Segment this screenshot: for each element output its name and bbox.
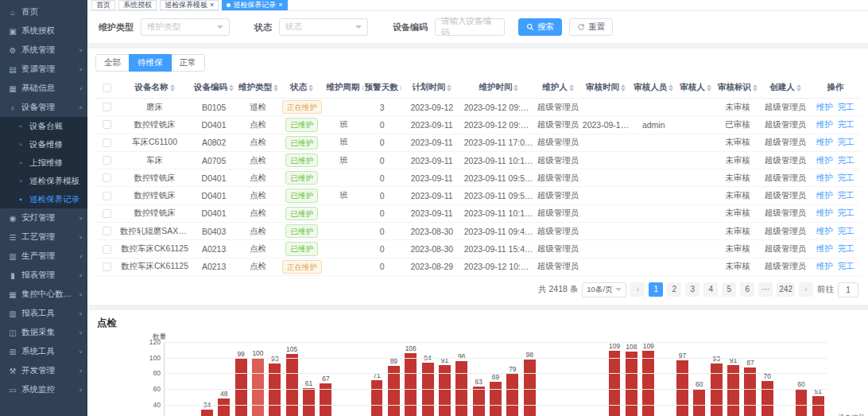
column-header-astaff[interactable]: 审核人员 [630,77,676,99]
column-header-person[interactable]: 维护人 [535,77,581,99]
page-button-2[interactable]: 2 [667,282,681,297]
action-完工[interactable]: 完工 [838,155,854,165]
sidebar-item-resource-mgmt[interactable]: ▤资源管理∨ [0,60,87,79]
bar-A0810[interactable] [506,374,518,416]
filter-tab-全部[interactable]: 全部 [95,54,130,72]
page-button-4[interactable]: 4 [703,282,718,297]
action-维护[interactable]: 维护 [816,208,833,217]
sort-icon[interactable] [513,84,518,91]
tab-巡检保养记录[interactable]: 巡检保养记录× [222,0,287,10]
sort-icon[interactable] [170,84,175,91]
maintenance-type-select[interactable]: 维护类型 [141,18,230,36]
sort-icon[interactable] [447,84,451,91]
action-维护[interactable]: 维护 [816,137,833,146]
select-all-checkbox[interactable] [103,84,111,92]
sidebar-item-basic-info[interactable]: ▦基础信息∨ [0,79,87,98]
action-完工[interactable]: 完工 [838,190,854,200]
action-完工[interactable]: 完工 [838,261,854,270]
status-select[interactable]: 状态 [279,18,368,36]
device-code-input[interactable]: 请输入设备编码 [435,18,505,36]
sidebar-item-inspection-template[interactable]: ▫巡检保养模板 [0,172,87,190]
sidebar-item-system-mgmt[interactable]: ⚙系统管理∨ [0,41,87,60]
sidebar-item-control-center-data[interactable]: ▦集控中心数据管理∨ [0,285,87,304]
action-维护[interactable]: 维护 [816,102,833,111]
bar-A0806[interactable] [439,365,451,416]
column-header-aperson[interactable]: 审核人 [676,77,715,99]
row-checkbox[interactable] [103,138,111,147]
sort-icon[interactable] [753,84,758,91]
row-checkbox[interactable] [103,192,111,200]
sidebar-item-inspection-record[interactable]: ▪巡检保养记录 [0,190,87,208]
bar-B0201[interactable] [609,351,621,416]
bar-21[interactable] [524,360,536,416]
column-header-status[interactable]: 状态 [279,77,325,99]
column-header-mtime[interactable]: 维护时间 [463,77,535,99]
filter-tab-待维保[interactable]: 待维保 [129,54,172,72]
action-维护[interactable]: 维护 [816,261,833,270]
sidebar-item-system-tools[interactable]: ⊞系统工具∨ [0,342,87,361]
filter-tab-正常[interactable]: 正常 [171,54,205,72]
sidebar-item-equipment-mgmt[interactable]: ♁设备管理∧ [0,98,87,117]
sort-icon[interactable] [362,84,363,91]
page-button-6[interactable]: 6 [740,282,754,297]
sidebar-item-home[interactable]: ⌂首页 [0,2,87,21]
sidebar-item-data-collection[interactable]: ◫数据采集∨ [0,323,87,342]
sidebar-item-report-mgmt[interactable]: ▮报表管理∨ [0,266,87,285]
bar-A0802[interactable] [371,380,383,416]
close-icon[interactable]: × [278,2,282,9]
page-button-242[interactable]: 242 [777,282,795,297]
sidebar-item-equipment-repair[interactable]: ▫设备维修 [0,135,87,154]
row-checkbox[interactable] [103,156,111,165]
action-完工[interactable]: 完工 [838,208,854,217]
page-button-3[interactable]: 3 [685,282,699,297]
sort-icon[interactable] [400,84,401,91]
bar-19[interactable] [490,382,502,416]
sort-icon[interactable] [668,84,673,91]
row-checkbox[interactable] [103,262,111,271]
action-完工[interactable]: 完工 [838,173,854,182]
sidebar-item-equipment-ledger[interactable]: ▫设备台账 [0,117,87,135]
row-checkbox[interactable] [103,103,111,111]
page-button-5[interactable]: 5 [722,282,736,297]
action-维护[interactable]: 维护 [816,155,833,165]
column-header-aflag[interactable]: 审核标识 [715,77,761,99]
bar-5[interactable] [252,358,264,416]
bar-3[interactable] [218,399,230,416]
sort-icon[interactable] [707,84,711,91]
reset-button[interactable]: 重置 [569,18,613,36]
action-完工[interactable]: 完工 [838,119,854,129]
tab-首页[interactable]: 首页 [91,0,115,10]
action-维护[interactable]: 维护 [816,243,833,253]
column-header-atime[interactable]: 审核时间 [581,77,631,99]
next-page-button[interactable]: › [799,282,813,297]
action-完工[interactable]: 完工 [838,243,854,253]
prev-page-button[interactable]: ‹ [630,282,645,297]
bar-33[interactable] [727,365,739,416]
row-checkbox[interactable] [103,173,111,182]
column-header-plan[interactable]: 计划时间 [401,77,463,99]
sort-icon[interactable] [229,84,234,91]
bar-31[interactable] [693,389,705,416]
action-完工[interactable]: 完工 [838,226,854,235]
action-完工[interactable]: 完工 [838,137,854,146]
action-维护[interactable]: 维护 [816,173,833,182]
row-checkbox[interactable] [103,227,111,235]
tab-巡检保养模板[interactable]: 巡检保养模板× [160,0,219,10]
sidebar-item-production-mgmt[interactable]: ▥生产管理∨ [0,247,87,266]
bar-B0210[interactable] [642,351,654,416]
bar-A0202[interactable] [201,410,213,416]
column-header-name[interactable]: 设备名称 [118,77,191,99]
bar-27[interactable] [626,352,637,416]
action-维护[interactable]: 维护 [816,119,833,129]
page-size-select[interactable]: 10条/页 [582,282,626,297]
bar-A0808[interactable] [473,387,485,416]
sidebar-item-andon-mgmt[interactable]: ◉安灯管理∨ [0,208,87,227]
sort-icon[interactable] [308,84,313,91]
action-完工[interactable]: 完工 [838,102,854,111]
action-维护[interactable]: 维护 [816,226,833,235]
column-header-code[interactable]: 设备编码 [191,77,237,99]
sidebar-item-system-auth[interactable]: ▣系统授权 [0,21,87,41]
action-维护[interactable]: 维护 [816,190,833,200]
row-checkbox[interactable] [103,120,111,129]
tab-系统授权[interactable]: 系统授权 [118,0,157,10]
